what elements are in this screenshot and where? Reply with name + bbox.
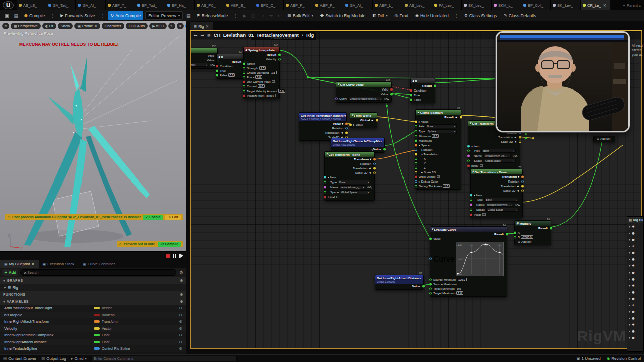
pin-dropdown[interactable]: Bone▾ (484, 198, 518, 202)
asset-tab-abp-s[interactable]: ABP_S_ (224, 0, 254, 10)
pin-checkbox[interactable] (275, 94, 276, 97)
node-get-transform-bone-3[interactable]: 76fGet Transform - BoneTransform ▾Rotati… (470, 169, 523, 218)
viewport-tool-[interactable]: ↻ (185, 23, 186, 29)
asset-tab-ga-ai[interactable]: GA_AI_ (76, 0, 106, 10)
node-get-inner-right-attach-distance[interactable]: 81Get InnerRightAttachDistanceDefault 0.… (375, 275, 424, 290)
toolbar-forwards-solve[interactable]: ▶Forwards Solve (58, 11, 97, 20)
eye-icon[interactable]: ⊙ (179, 313, 182, 317)
viewport-lit[interactable]: ◐Lit (42, 23, 56, 29)
node-if-2[interactable]: ▪IfResultConditionTrueFalse (410, 78, 435, 103)
input-pin-name[interactable] (470, 204, 472, 206)
rig-hierarchy-row[interactable]: ▾✚ (627, 262, 643, 269)
pin-dropdown[interactable]: EnableTentacleInnerRightAttach▾ (348, 97, 382, 101)
unreal-logo[interactable]: U (3, 1, 14, 9)
node-clamp-spatially[interactable]: 79▪Clamp SpatiallyResult ◄▸ ValueAxisNon… (415, 109, 461, 190)
input-pin-name[interactable] (324, 186, 326, 189)
toolbar-overflow-dots[interactable]: ⋮ (453, 13, 460, 18)
output-pin-result[interactable] (506, 233, 508, 235)
pin-value[interactable]: 0.0 (255, 75, 262, 79)
rig-hierarchy-row[interactable]: ▾● (627, 328, 643, 334)
pin-value[interactable]: 0.0 (456, 287, 463, 290)
node-multiply[interactable]: 83⊞MultiplyResultAB-2000.0⊕Add pin (514, 220, 551, 245)
toolbar-class-defaults[interactable]: ✎Class Defaults (501, 11, 539, 20)
input-pin-y[interactable] (415, 162, 417, 164)
graph-item-rig[interactable]: ▶ ▦ Rig (0, 284, 186, 291)
output-pin-translation[interactable] (521, 185, 524, 187)
output-pin-scale-3d[interactable] (521, 189, 524, 192)
output-pin-translation[interactable] (373, 167, 376, 169)
asset-tab-skm-l[interactable]: SKM_L_ (492, 0, 521, 10)
output-pin-translation[interactable] (345, 131, 348, 134)
input-pin-space[interactable] (467, 160, 470, 162)
input-pin-minimum[interactable] (415, 135, 417, 137)
pin-value[interactable]: 0.0 (228, 73, 235, 77)
pin-checkbox[interactable] (272, 80, 275, 83)
rig-hierarchy-row[interactable]: ▾● (627, 334, 643, 341)
asset-tab-abp-p[interactable]: ABP_P_ (313, 0, 343, 10)
input-pin-condition[interactable] (216, 65, 218, 67)
output-pin-result[interactable] (278, 53, 281, 56)
input-pin-z[interactable] (415, 166, 417, 169)
viewport-perspective[interactable]: ▦Perspective (11, 23, 41, 29)
tab-close-icon[interactable]: × (31, 262, 34, 266)
breadcrumb-leaf[interactable]: Rig (306, 32, 314, 38)
input-pin-translation[interactable] (415, 153, 417, 155)
input-pin-item[interactable] (470, 194, 472, 196)
node-get-transform-bone-1[interactable]: 71fGet Transform - BoneTransform ▾Rotati… (324, 151, 375, 201)
output-pin-translation[interactable] (519, 136, 521, 138)
output-pin-velocity[interactable] (278, 58, 281, 60)
viewport-tool-[interactable]: ↖ (168, 23, 175, 29)
input-pin-a[interactable] (514, 231, 516, 234)
eye-icon[interactable]: ⊙ (180, 299, 183, 304)
add-pin-icon[interactable]: ⊕ (518, 240, 520, 243)
viewport-tool-[interactable]: ✚ (177, 23, 184, 29)
pin-value[interactable]: 1.0 (456, 291, 463, 295)
rig-hierarchy-row[interactable]: ▾✚ (627, 321, 643, 328)
toolbar-icon[interactable]: ▤ (13, 13, 20, 18)
variable-row-innertentaclespline[interactable]: InnerTentacleSplineControl Rig Spline⊙ (0, 345, 186, 352)
pin-value[interactable]: 0.0 (258, 84, 265, 88)
toolbar-diff[interactable]: ◧Diff▾ (370, 11, 390, 20)
input-pin-rotation[interactable] (415, 148, 417, 151)
add-pin-icon[interactable]: ⊕ (597, 137, 599, 140)
asset-tab-bp-ha[interactable]: BP_Ha_ (165, 0, 195, 10)
output-pin-global[interactable] (376, 119, 378, 121)
node-get-inner-right-tentacle-clamp-max[interactable]: Get InnerRightTentacleClampMaxDefault 42… (331, 138, 385, 153)
toolbar-compile[interactable]: ●Compile (22, 11, 47, 20)
search-input[interactable] (27, 270, 173, 274)
input-pin-maximum[interactable] (415, 139, 417, 142)
pause-button[interactable] (173, 254, 176, 258)
pin-dropdown[interactable]: None▾ (425, 124, 457, 128)
input-pin-condition[interactable] (410, 89, 412, 92)
toolbar-icon[interactable]: ▣ (3, 13, 11, 18)
rig-hierarchy-row[interactable]: ▾● (627, 289, 643, 295)
toolbar-icon[interactable]: ○ (250, 13, 257, 18)
input-pin-use-current-input[interactable] (243, 80, 245, 83)
cmd-dropdown[interactable]: ▸Cmd▾ (71, 356, 87, 361)
asset-tab-ga-ai[interactable]: GA_AI_ (343, 0, 373, 10)
toolbar-class-settings[interactable]: ⚙Class Settings (462, 11, 500, 20)
input-pin-type[interactable] (467, 150, 470, 152)
variable-row-innerrightattachtransform[interactable]: InnerRightAttachTransformTransform⊙ (0, 318, 186, 325)
add-button[interactable]: +Add (2, 269, 18, 276)
input-pin-force[interactable] (243, 76, 245, 78)
tab-close-icon[interactable]: × (205, 24, 209, 29)
content-drawer-button[interactable]: ▤Content Drawer (3, 356, 36, 361)
input-pin-axis[interactable] (415, 125, 417, 128)
pin-value[interactable]: 1.5 (259, 66, 266, 70)
input-pin-target-velocity-amount[interactable] (243, 89, 245, 92)
rig-hierarchy-row[interactable]: ▾● (627, 295, 643, 302)
toolbar-icon[interactable]: ▶ (241, 13, 248, 18)
nav-forward-icon[interactable]: → (201, 33, 205, 38)
variable-row-innerrightattachdistance[interactable]: InnerRightAttachDistanceFloat⊙ (0, 339, 186, 346)
rig-hierarchy-row[interactable]: ▾✚ (627, 243, 643, 249)
pin-checkbox[interactable] (482, 213, 486, 216)
toolbar-bulk-edit[interactable]: ▦Bulk Edit▾ (285, 11, 316, 20)
input-pin-x[interactable] (415, 157, 417, 160)
node-if-1[interactable]: 141▪IfResultConditionTrueFalse0.0 (216, 54, 245, 79)
tab-close-icon[interactable]: × (603, 3, 607, 8)
asset-tab-bp-coll[interactable]: BP_Coll_ (521, 0, 551, 10)
input-pin-false[interactable] (216, 74, 218, 76)
input-pin-value[interactable] (349, 123, 352, 126)
panel-tab-curve-container[interactable]: ▣Curve Container (78, 260, 119, 268)
